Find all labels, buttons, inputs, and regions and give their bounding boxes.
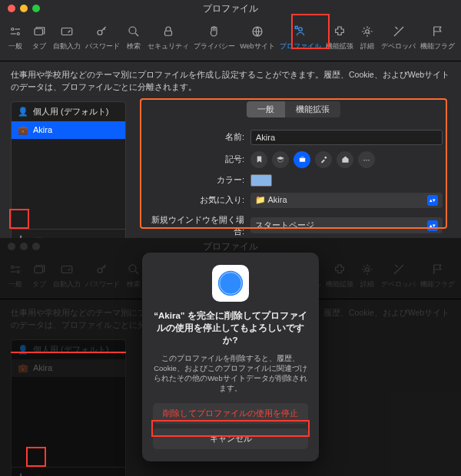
svg-point-7 <box>129 27 136 34</box>
gear-icon <box>360 23 374 40</box>
key-icon <box>95 23 109 40</box>
globe-icon <box>250 23 264 40</box>
briefcase-icon: 💼 <box>18 125 28 135</box>
symbol-bookmark[interactable] <box>250 151 267 168</box>
tab-privacy[interactable]: プライバシー <box>192 20 237 55</box>
tab-passwords[interactable]: パスワード <box>84 20 121 55</box>
chevron-updown-icon: ▴▾ <box>427 220 438 231</box>
svg-rect-12 <box>295 26 297 28</box>
delete-profile-dialog: “Akira” を完全に削除してプロファイルの使用を停止してもよろしいですか? … <box>142 253 319 461</box>
new-window-select[interactable]: スタートページ▴▾ <box>250 217 443 233</box>
tab-websites[interactable]: Webサイト <box>238 20 276 55</box>
tab-flags[interactable]: 機能フラグ <box>419 20 456 55</box>
tab-autofill[interactable]: 自動入力 <box>51 20 82 55</box>
svg-rect-9 <box>165 31 172 35</box>
svg-point-6 <box>98 31 102 35</box>
svg-line-8 <box>135 33 138 36</box>
tabs-icon <box>32 23 46 40</box>
dialog-body: このプロファイルを削除すると、履歴、Cookie、およびこのプロファイルに関連づ… <box>153 353 308 394</box>
preferences-window: プロファイル 一般 タブ 自動入力 パスワード 検索 セキュリティ プライバシー… <box>0 0 461 238</box>
tab-profiles[interactable]: プロファイル <box>278 20 323 55</box>
person-grid-icon <box>294 23 307 40</box>
dialog-title: “Akira” を完全に削除してプロファイルの使用を停止してもよろしいですか? <box>153 309 308 346</box>
subtab-extensions[interactable]: 機能拡張 <box>285 101 340 117</box>
preferences-toolbar: 一般 タブ 自動入力 パスワード 検索 セキュリティ プライバシー Webサイト… <box>0 17 461 61</box>
tab-advanced[interactable]: 詳細 <box>357 20 378 55</box>
svg-point-2 <box>17 33 19 35</box>
safari-icon <box>212 265 249 302</box>
svg-point-11 <box>298 28 302 31</box>
symbol-briefcase[interactable] <box>294 151 310 168</box>
cancel-button[interactable]: キャンセル <box>153 428 308 449</box>
symbol-grad[interactable] <box>272 151 289 168</box>
favorites-label: お気に入り: <box>144 194 244 206</box>
new-window-label: 新規ウインドウを開く場合: <box>144 214 244 237</box>
tab-tabs[interactable]: タブ <box>28 20 49 55</box>
symbol-hammer[interactable] <box>315 151 332 168</box>
svg-rect-5 <box>61 28 72 35</box>
window-title: プロファイル <box>0 2 461 15</box>
person-icon: 👤 <box>18 107 28 117</box>
description-text: 仕事用や学校用などのテーマ別にプロファイルを作成し設定することができます。履歴、… <box>0 61 461 101</box>
name-input[interactable] <box>250 130 443 145</box>
preferences-window-dimmed: プロファイル 一般 タブ 自動入力 パスワード 検索 セキュリティ プライバシー… <box>0 238 461 476</box>
svg-point-29 <box>218 271 243 296</box>
profiles-sidebar: 👤 個人用 (デフォルト) 💼 Akira + − <box>11 101 126 247</box>
tab-security[interactable]: セキュリティ <box>146 20 191 55</box>
tab-general[interactable]: 一般 <box>5 20 26 55</box>
name-label: 名前: <box>144 131 244 143</box>
flag-icon <box>431 23 445 40</box>
favorites-select[interactable]: 📁 Akira▴▾ <box>250 193 443 208</box>
color-swatch[interactable] <box>250 174 272 187</box>
profile-row-akira[interactable]: 💼 Akira <box>12 121 125 139</box>
symbol-house[interactable] <box>337 151 353 168</box>
lock-icon <box>161 23 175 40</box>
symbol-label: 記号: <box>144 154 244 165</box>
hammer-wrench-icon <box>392 23 406 40</box>
slider-icon <box>8 23 22 40</box>
modal-overlay: “Akira” を完全に削除してプロファイルの使用を停止してもよろしいですか? … <box>0 238 461 476</box>
profile-row-default[interactable]: 👤 個人用 (デフォルト) <box>12 102 125 121</box>
svg-rect-4 <box>35 28 43 35</box>
hand-icon <box>207 23 221 40</box>
chevron-updown-icon: ▴▾ <box>427 195 438 206</box>
svg-point-13 <box>366 30 370 34</box>
titlebar: プロファイル <box>0 0 461 17</box>
profile-label: Akira <box>33 125 52 134</box>
confirm-delete-button[interactable]: 削除してプロファイルの使用を停止 <box>153 403 308 424</box>
symbol-more-button[interactable]: ··· <box>358 151 375 168</box>
tab-extensions[interactable]: 機能拡張 <box>324 20 355 55</box>
puzzle-icon <box>333 23 347 40</box>
wand-icon <box>60 23 74 40</box>
profile-label: 個人用 (デフォルト) <box>33 106 108 117</box>
search-icon <box>127 23 141 40</box>
tab-search[interactable]: 検索 <box>123 20 144 55</box>
color-label: カラー: <box>144 174 244 186</box>
svg-rect-14 <box>299 158 304 162</box>
svg-point-0 <box>12 28 14 31</box>
subtab-general[interactable]: 一般 <box>247 101 285 117</box>
tab-developer[interactable]: デベロッパ <box>380 20 417 55</box>
